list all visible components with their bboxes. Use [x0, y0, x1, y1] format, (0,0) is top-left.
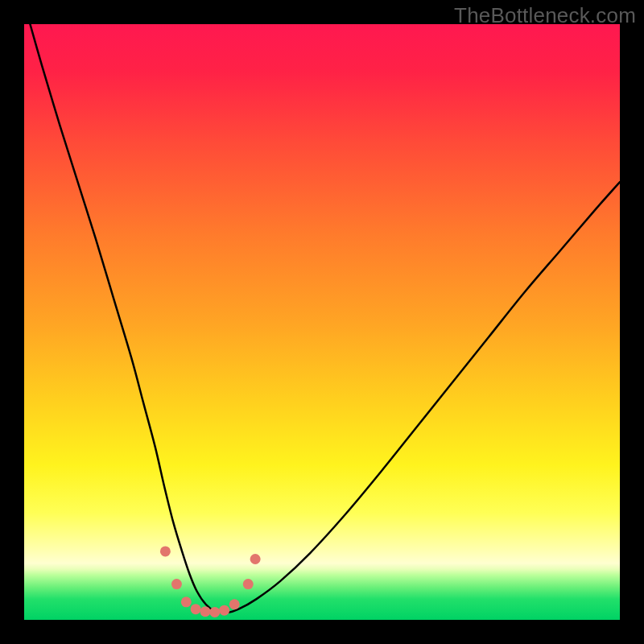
marker-dot — [160, 546, 171, 556]
marker-dot — [219, 605, 229, 616]
marker-dot — [243, 579, 254, 589]
marker-dot — [191, 604, 201, 614]
marker-dot — [229, 599, 240, 609]
marker-dot — [181, 597, 192, 607]
chart-frame: TheBottleneck.com — [0, 0, 644, 644]
marker-dot — [171, 579, 182, 589]
marker-dot — [250, 554, 261, 564]
plot-area — [24, 24, 620, 620]
gradient-background — [24, 24, 620, 620]
watermark-text: TheBottleneck.com — [454, 3, 636, 28]
marker-dot — [209, 607, 220, 617]
marker-dot — [200, 606, 210, 617]
chart-svg — [24, 24, 620, 620]
